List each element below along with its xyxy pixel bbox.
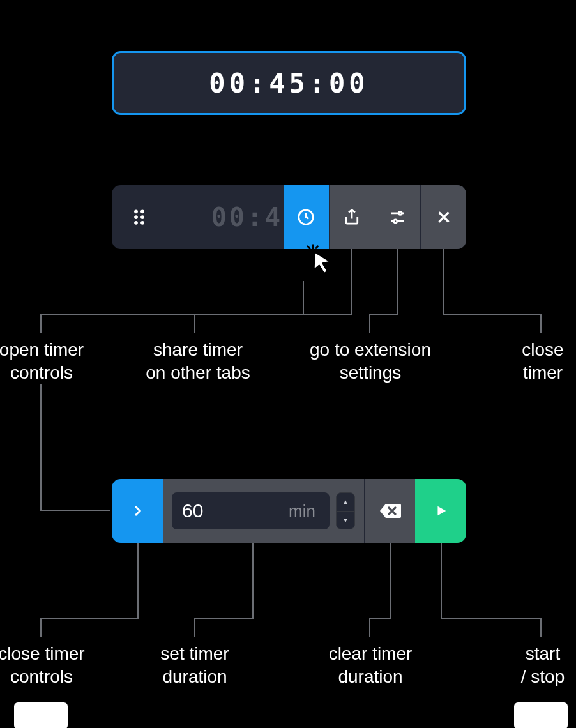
duration-value: 60 — [182, 500, 289, 522]
svg-point-5 — [140, 221, 144, 225]
connector — [40, 618, 42, 637]
connector — [540, 314, 542, 333]
svg-point-4 — [134, 221, 138, 225]
clock-icon — [296, 208, 315, 227]
connector — [443, 314, 542, 315]
annotation-share: share timer on other tabs — [137, 338, 259, 385]
annotation-set-duration: set timer duration — [153, 642, 236, 689]
connector — [390, 543, 391, 619]
svg-point-2 — [134, 215, 138, 219]
clear-duration-button[interactable] — [364, 479, 415, 543]
connector — [137, 543, 139, 619]
connector — [441, 618, 542, 619]
connector — [369, 618, 370, 637]
svg-point-3 — [140, 215, 144, 219]
drag-handle[interactable] — [112, 185, 167, 249]
connector — [540, 618, 542, 637]
extension-settings-button[interactable] — [375, 185, 421, 249]
share-timer-button[interactable] — [329, 185, 375, 249]
connector — [194, 314, 195, 333]
timer-display-value: 00:45:00 — [209, 68, 368, 99]
connector — [194, 314, 351, 315]
connector — [40, 384, 42, 511]
svg-point-7 — [398, 211, 402, 215]
svg-point-0 — [134, 209, 138, 213]
connector — [369, 314, 370, 333]
open-timer-controls-button[interactable] — [283, 185, 329, 249]
close-timer-button[interactable] — [420, 185, 466, 249]
connector — [194, 618, 195, 637]
connector — [40, 618, 139, 619]
annotation-close-controls: close timer controls — [0, 642, 89, 689]
timer-toolbar: 00:4 — [112, 185, 466, 249]
svg-line-12 — [315, 246, 318, 248]
annotation-start-stop: start / stop — [511, 642, 575, 689]
connector — [40, 314, 42, 333]
duration-stepper[interactable]: ▲ ▼ — [336, 492, 355, 529]
duration-input[interactable]: 60 min — [172, 492, 330, 529]
sliders-icon — [388, 208, 407, 227]
cursor-pointer-icon — [304, 243, 336, 275]
annotation-clear-duration: clear timer duration — [322, 642, 418, 689]
connector — [303, 281, 304, 315]
placeholder-left — [14, 702, 68, 728]
start-stop-button[interactable] — [415, 479, 466, 543]
svg-point-1 — [140, 209, 144, 213]
close-icon — [434, 208, 453, 227]
connector — [252, 543, 254, 619]
timer-display: 00:45:00 — [112, 51, 466, 115]
svg-point-8 — [394, 220, 397, 223]
connector — [441, 543, 442, 619]
connector — [351, 249, 352, 315]
connector — [369, 618, 391, 619]
duration-unit: min — [289, 501, 315, 521]
annotation-close: close timer — [511, 338, 575, 385]
timer-controls-panel: 60 min ▲ ▼ — [112, 479, 466, 543]
chevron-right-icon — [130, 503, 145, 519]
stepper-up-icon[interactable]: ▲ — [337, 493, 354, 512]
connector — [194, 618, 254, 619]
placeholder-right — [514, 702, 568, 728]
stepper-down-icon[interactable]: ▼ — [337, 512, 354, 529]
connector — [397, 249, 398, 315]
connector — [40, 510, 110, 511]
svg-line-13 — [307, 254, 310, 257]
controls-middle: 60 min ▲ ▼ — [163, 479, 364, 543]
backspace-icon — [379, 503, 401, 519]
share-icon — [342, 208, 361, 227]
annotation-open-controls: open timer controls — [0, 338, 89, 385]
toolbar-time-preview: 00:4 — [167, 185, 283, 249]
connector — [443, 249, 444, 315]
svg-line-11 — [307, 246, 310, 249]
play-icon — [434, 504, 448, 518]
close-timer-controls-button[interactable] — [112, 479, 163, 543]
grip-icon — [130, 208, 149, 227]
annotation-settings: go to extension settings — [303, 338, 437, 385]
connector — [369, 314, 398, 315]
